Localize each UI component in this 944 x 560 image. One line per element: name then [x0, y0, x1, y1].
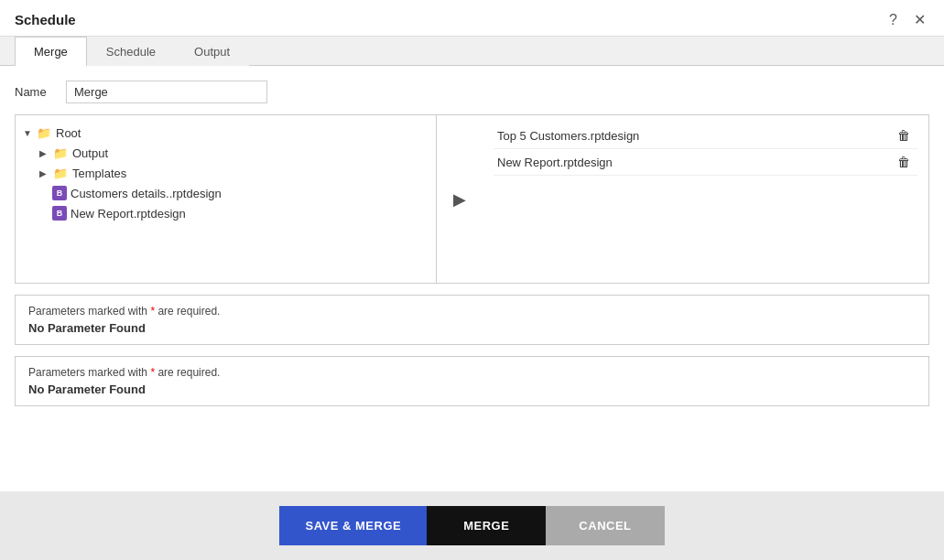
dialog-title: Schedule: [15, 12, 76, 27]
cancel-button[interactable]: CANCEL: [546, 506, 664, 545]
param-required-text-2: Parameters marked with * are required.: [28, 366, 916, 379]
selected-item-newreport-name: New Report.rptdesign: [497, 156, 613, 169]
file-area: ▼ 📁 Root ▶ 📁 Output ▶ 📁: [15, 114, 929, 284]
tree-output-folder[interactable]: ▶ 📁 Output: [36, 143, 432, 163]
add-report-button[interactable]: ▶: [446, 184, 473, 215]
param-required-text-1: Parameters marked with * are required.: [28, 305, 916, 318]
content-area: Name ▼ 📁 Root ▶ 📁 Output: [0, 66, 944, 491]
tab-output[interactable]: Output: [175, 37, 249, 66]
newreport-report-icon: B: [52, 206, 67, 221]
output-folder-icon: 📁: [52, 145, 69, 160]
selected-item-top5-name: Top 5 Customers.rptdesign: [497, 129, 639, 143]
param-no-found-2: No Parameter Found: [28, 382, 916, 396]
root-toggle[interactable]: ▼: [23, 128, 36, 138]
tree-root-label: Root: [56, 126, 81, 140]
close-button[interactable]: ✕: [910, 9, 929, 30]
file-tree-panel: ▼ 📁 Root ▶ 📁 Output ▶ 📁: [16, 115, 437, 283]
arrow-panel: ▶: [437, 115, 483, 283]
name-row: Name: [15, 81, 929, 103]
root-folder-icon: 📁: [36, 125, 52, 140]
tab-merge[interactable]: Merge: [15, 37, 87, 66]
templates-folder-icon: 📁: [52, 166, 69, 180]
schedule-dialog: Schedule ? ✕ Merge Schedule Output Name: [0, 0, 944, 560]
delete-newreport-button[interactable]: 🗑: [894, 155, 914, 169]
tree-templates-label: Templates: [72, 167, 126, 180]
output-toggle[interactable]: ▶: [39, 148, 52, 158]
merge-button[interactable]: MERGE: [427, 506, 546, 545]
selected-item-newreport: New Report.rptdesign 🗑: [494, 149, 917, 176]
param-section-2: Parameters marked with * are required. N…: [15, 356, 929, 406]
param-section-1: Parameters marked with * are required. N…: [15, 295, 929, 345]
footer: SAVE & MERGE MERGE CANCEL: [0, 491, 944, 560]
param-no-found-1: No Parameter Found: [28, 321, 916, 335]
tab-schedule[interactable]: Schedule: [87, 37, 175, 66]
tree-customers-report[interactable]: B Customers details..rptdesign: [36, 183, 432, 203]
tree-templates-folder[interactable]: ▶ 📁 Templates: [36, 163, 432, 183]
tree-newreport-report[interactable]: B New Report.rptdesign: [36, 203, 432, 223]
tree-customers-label: Customers details..rptdesign: [71, 187, 222, 200]
tree-newreport-label: New Report.rptdesign: [71, 207, 186, 221]
delete-top5-button[interactable]: 🗑: [894, 128, 914, 143]
title-bar: Schedule ? ✕: [0, 0, 944, 37]
tree-output-label: Output: [72, 146, 108, 160]
tabs-bar: Merge Schedule Output: [0, 37, 944, 66]
help-button[interactable]: ?: [885, 10, 901, 30]
name-input[interactable]: [66, 81, 267, 103]
selected-item-top5: Top 5 Customers.rptdesign 🗑: [494, 123, 917, 149]
save-merge-button[interactable]: SAVE & MERGE: [279, 506, 427, 545]
tree-children: ▶ 📁 Output ▶ 📁 Templates B Customer: [19, 143, 432, 223]
customers-report-icon: B: [52, 186, 67, 200]
title-bar-controls: ? ✕: [885, 9, 929, 30]
selected-panel: Top 5 Customers.rptdesign 🗑 New Report.r…: [483, 115, 928, 283]
name-label: Name: [15, 85, 51, 99]
tree-root[interactable]: ▼ 📁 Root: [19, 123, 432, 143]
templates-toggle[interactable]: ▶: [39, 168, 52, 178]
